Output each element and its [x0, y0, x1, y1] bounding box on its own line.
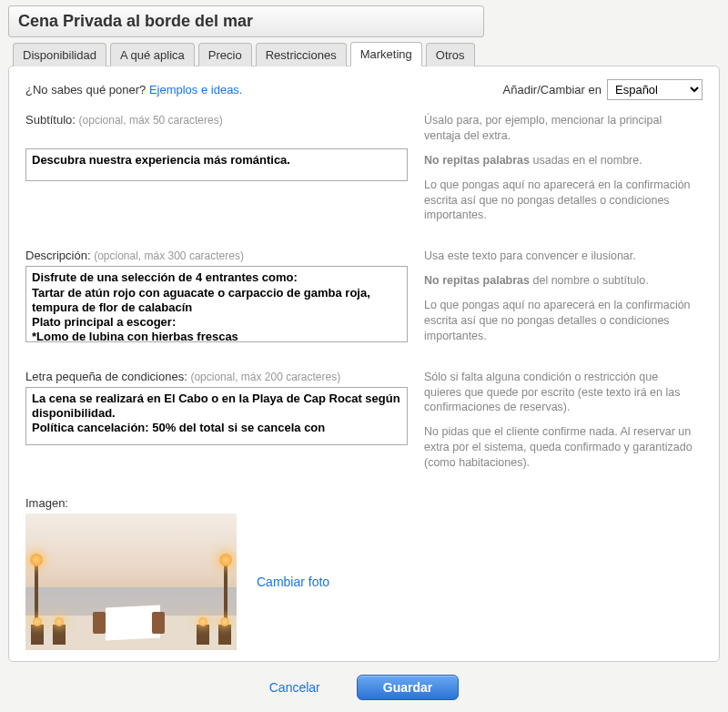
- subtitle-label: Subtítulo: (opcional, máx 50 caracteres): [25, 113, 408, 127]
- save-button[interactable]: Guardar: [357, 675, 459, 700]
- subtitle-help-1: Úsalo para, por ejemplo, mencionar la pr…: [424, 113, 697, 144]
- fineprint-hint: (opcional, máx 200 caracteres): [190, 371, 340, 383]
- language-select[interactable]: Español: [607, 79, 703, 100]
- fineprint-label: Letra pequeña de condiciones: (opcional,…: [25, 370, 408, 383]
- description-hint: (opcional, máx 300 caracteres): [94, 249, 244, 262]
- cancel-button[interactable]: Cancelar: [269, 680, 320, 695]
- examples-link[interactable]: Ejemplos e ideas.: [149, 83, 243, 97]
- image-thumbnail[interactable]: [25, 514, 237, 650]
- subtitle-input[interactable]: [25, 148, 408, 181]
- description-input[interactable]: [25, 266, 408, 342]
- tab-restrictions[interactable]: Restricciones: [256, 43, 347, 66]
- tab-marketing[interactable]: Marketing: [350, 42, 422, 66]
- subtitle-hint: (opcional, máx 50 caracteres): [79, 114, 223, 127]
- fineprint-help-2: No pidas que el cliente confirme nada. A…: [424, 424, 697, 471]
- tab-availability[interactable]: Disponibilidad: [13, 43, 106, 66]
- description-help-2: No repitas palabras del nombre o subtítu…: [424, 273, 697, 289]
- image-label: Imagen:: [25, 496, 703, 510]
- tabs: Disponibilidad A qué aplica Precio Restr…: [13, 42, 720, 66]
- language-picker: Añadir/Cambiar en Español: [503, 79, 703, 100]
- description-label-text: Descripción:: [25, 249, 91, 262]
- tab-others[interactable]: Otros: [426, 43, 475, 66]
- description-help-1: Usa este texto para convencer e ilusiona…: [424, 249, 697, 264]
- language-label: Añadir/Cambiar en: [503, 83, 602, 97]
- help-prompt: ¿No sabes qué poner? Ejemplos e ideas.: [25, 83, 243, 97]
- marketing-panel: ¿No sabes qué poner? Ejemplos e ideas. A…: [8, 66, 720, 662]
- fineprint-input[interactable]: [25, 387, 408, 445]
- fineprint-label-text: Letra pequeña de condiciones:: [25, 370, 187, 383]
- fineprint-help-1: Sólo si falta alguna condición o restric…: [424, 370, 697, 416]
- subtitle-label-text: Subtítulo:: [25, 113, 76, 127]
- footer-actions: Cancelar Guardar: [0, 667, 728, 712]
- change-photo-link[interactable]: Cambiar foto: [257, 575, 329, 589]
- tab-applies[interactable]: A qué aplica: [110, 43, 195, 66]
- subtitle-help-3: Lo que pongas aquí no aparecerá en la co…: [424, 178, 697, 224]
- help-prompt-text: ¿No sabes qué poner?: [25, 83, 149, 97]
- tab-price[interactable]: Precio: [198, 43, 252, 66]
- description-help-3: Lo que pongas aquí no aparecerá en la co…: [424, 298, 697, 344]
- page-title: Cena Privada al borde del mar: [8, 5, 484, 37]
- description-label: Descripción: (opcional, máx 300 caracter…: [25, 249, 408, 262]
- subtitle-help-2: No repitas palabras usadas en el nombre.: [424, 153, 697, 168]
